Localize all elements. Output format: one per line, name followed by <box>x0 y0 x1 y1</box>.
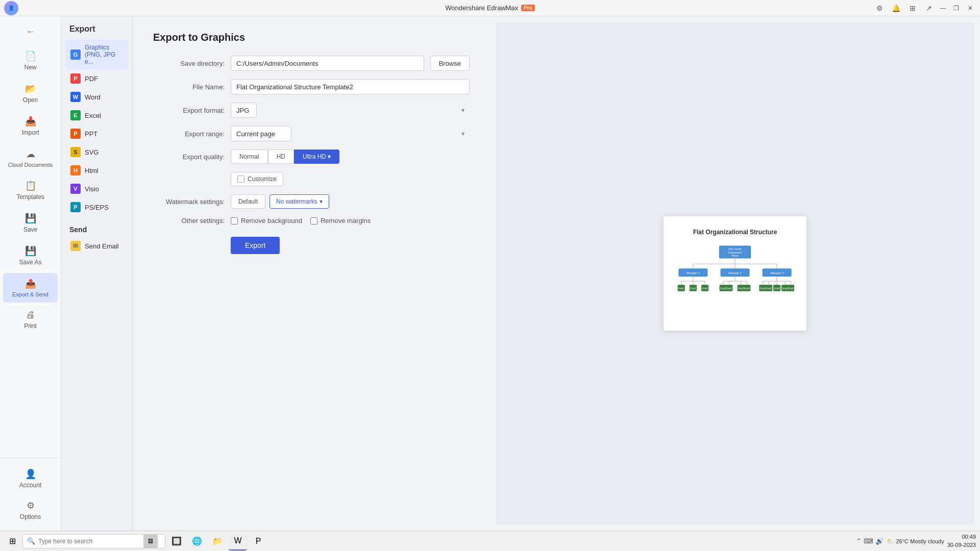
back-icon: ← <box>26 27 35 37</box>
minimize-button[interactable]: — <box>937 3 949 13</box>
sidebar-cloud-label: Cloud Documents <box>8 162 53 168</box>
remove-margins-checkbox[interactable] <box>310 217 317 224</box>
export-excel-item[interactable]: E Excel <box>65 106 128 124</box>
taskbar-avatar: 🖼 <box>143 534 158 548</box>
titlebar-right-icons: ⚙ 🔔 ⊞ ↗ <box>874 2 935 14</box>
settings-icon[interactable]: ⚙ <box>874 2 886 14</box>
other-settings-row: Other settings: Remove background Remove… <box>153 217 470 224</box>
svg-label: SVG <box>85 148 99 156</box>
other-settings-label: Other settings: <box>153 217 225 224</box>
sidebar-item-templates[interactable]: 📋 Templates <box>3 175 58 206</box>
svg-text:Emp1: Emp1 <box>678 287 684 290</box>
customize-checkbox <box>237 176 244 183</box>
sidebar-item-import[interactable]: 📥 Import <box>3 111 58 141</box>
taskbar-app-view[interactable]: 🔲 <box>167 532 186 550</box>
export-html-item[interactable]: H Html <box>65 161 128 180</box>
ps-icon: P <box>70 202 81 212</box>
watermark-no-label: No watermarks <box>276 198 317 205</box>
export-range-select[interactable]: Current page All pages Selected content <box>231 126 291 141</box>
chevron-up-icon[interactable]: ⌃ <box>856 537 862 545</box>
clock-date: 30-09-2023 <box>947 541 976 549</box>
sidebar-item-new[interactable]: 📄 New <box>3 45 58 76</box>
export-format-label: Export format: <box>153 107 225 114</box>
sidebar-item-account[interactable]: 👤 Account <box>3 463 58 494</box>
svg-text:Emp3: Emp3 <box>738 287 744 290</box>
export-form-title: Export to Graphics <box>153 32 470 43</box>
customize-button[interactable]: Customize <box>231 172 283 186</box>
preview-title: Flat Organizational Structure <box>676 229 794 236</box>
sidebar-bottom: 👤 Account ⚙ Options <box>0 458 61 527</box>
watermark-no-button[interactable]: No watermarks ▾ <box>270 194 329 209</box>
search-input[interactable] <box>38 538 140 545</box>
visio-label: Visio <box>85 185 99 193</box>
svg-text:Department: Department <box>728 251 742 254</box>
svg-text:Emp1: Emp1 <box>720 287 726 290</box>
quality-hd-button[interactable]: HD <box>268 149 294 164</box>
taskbar-system-icons: ⌃ ⌨ 🔊 <box>856 537 884 545</box>
taskbar-app-p[interactable]: P <box>249 532 267 550</box>
ppt-label: PPT <box>85 130 97 138</box>
watermark-default-button[interactable]: Default <box>231 194 265 209</box>
sidebar-account-label: Account <box>19 482 41 489</box>
sidebar-item-save-as[interactable]: 💾 Save As <box>3 240 58 271</box>
svg-text:Head: Head <box>732 254 739 257</box>
close-button[interactable]: ✕ <box>964 3 976 13</box>
sidebar-item-export-send[interactable]: 📤 Export & Send <box>3 273 58 303</box>
taskbar-app-edge[interactable]: 🌐 <box>188 532 206 550</box>
html-label: Html <box>85 167 99 174</box>
save-directory-row: Save directory: Browse <box>153 56 470 71</box>
sidebar-item-save[interactable]: 💾 Save <box>3 208 58 238</box>
export-graphics-item[interactable]: G Graphics (PNG, JPG e... <box>65 40 128 69</box>
export-pdf-item[interactable]: P PDF <box>65 69 128 88</box>
send-email-label: Send Email <box>85 242 118 250</box>
print-icon: 🖨 <box>26 310 35 320</box>
start-button[interactable]: ⊞ <box>4 533 20 549</box>
export-word-item[interactable]: W Word <box>65 88 128 106</box>
svg-text:Emp4: Emp4 <box>744 287 750 290</box>
titlebar: 👤 Wondershare EdrawMax Pro ⚙ 🔔 ⊞ ↗ — ❐ ✕ <box>0 0 980 16</box>
taskbar-app-word[interactable]: W <box>229 532 247 550</box>
bell-icon[interactable]: 🔔 <box>890 2 902 14</box>
excel-icon: E <box>70 110 81 120</box>
sidebar-item-options[interactable]: ⚙ Options <box>3 495 58 525</box>
taskbar-right: ⌃ ⌨ 🔊 ⛅ 26°C Mostly cloudy 00:49 30-09-2… <box>856 533 976 549</box>
export-ppt-item[interactable]: P PPT <box>65 124 128 143</box>
quality-normal-button[interactable]: Normal <box>231 149 268 164</box>
export-format-select[interactable]: JPG PNG BMP GIF TIFF <box>231 103 257 118</box>
avatar[interactable]: 👤 <box>4 1 18 15</box>
sidebar-item-print[interactable]: 🖨 Print <box>3 305 58 335</box>
keyboard-icon[interactable]: ⌨ <box>864 537 873 545</box>
export-format-section: G Graphics (PNG, JPG e... P PDF W Word E… <box>61 40 132 220</box>
svg-text:Emp2: Emp2 <box>766 287 772 290</box>
send-email-item[interactable]: ✉ Send Email <box>65 237 128 255</box>
restore-button[interactable]: ❐ <box>951 3 963 13</box>
file-name-input[interactable] <box>231 79 470 94</box>
export-svg-item[interactable]: S SVG <box>65 143 128 161</box>
graphics-label: Graphics (PNG, JPG e... <box>85 44 123 65</box>
browse-button[interactable]: Browse <box>430 56 470 71</box>
account-icon: 👤 <box>25 468 36 480</box>
export-format-row: Export format: JPG PNG BMP GIF TIFF <box>153 103 470 118</box>
templates-icon: 📋 <box>25 180 36 191</box>
share-icon[interactable]: ↗ <box>923 2 935 14</box>
sidebar-item-open[interactable]: 📂 Open <box>3 78 58 109</box>
taskbar-search[interactable]: 🔍 🖼 <box>22 534 165 548</box>
svg-text:Manager 2: Manager 2 <box>728 271 742 274</box>
taskbar-app-files[interactable]: 📁 <box>208 532 227 550</box>
cloud-icon: ☁ <box>26 148 35 160</box>
remove-background-label[interactable]: Remove background <box>231 217 302 224</box>
export-visio-item[interactable]: V Visio <box>65 180 128 198</box>
remove-margins-label[interactable]: Remove margins <box>310 217 371 224</box>
export-ps-item[interactable]: P PS/EPS <box>65 198 128 216</box>
sidebar-item-cloud[interactable]: ☁ Cloud Documents <box>3 143 58 173</box>
save-directory-input[interactable] <box>231 56 424 71</box>
quality-ultrahd-button[interactable]: Ultra HD ▾ <box>294 149 339 164</box>
grid-icon[interactable]: ⊞ <box>906 2 919 14</box>
sidebar-export-label: Export & Send <box>12 291 48 297</box>
back-button[interactable]: ← <box>3 21 58 42</box>
export-button-row: Export <box>153 233 470 254</box>
svg-icon: S <box>70 147 81 157</box>
volume-icon[interactable]: 🔊 <box>875 537 884 545</box>
remove-background-checkbox[interactable] <box>231 217 238 224</box>
export-button[interactable]: Export <box>231 237 280 254</box>
